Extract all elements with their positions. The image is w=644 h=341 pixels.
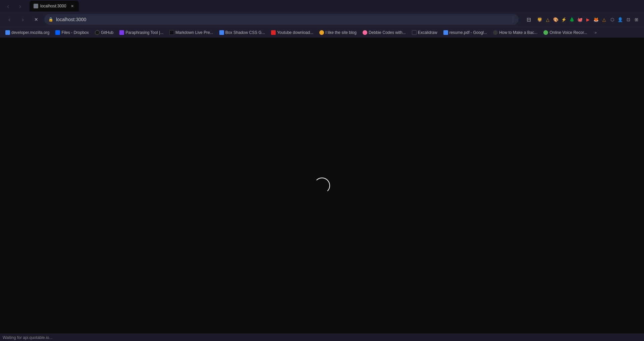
address-bar[interactable]: 🔒 localhost:3000 xyxy=(44,14,519,25)
bookmark-favicon-markdown xyxy=(169,30,174,35)
visbug-icon[interactable]: ⚡ xyxy=(560,16,568,23)
bookmark-paraphrasing[interactable]: Paraphrasing Tool |... xyxy=(117,29,166,37)
bookmark-label-dropbox: Files - Dropbox xyxy=(61,30,89,35)
nav-refresh-button[interactable]: ✕ xyxy=(31,14,42,25)
puzzle-icon[interactable]: ⊡ xyxy=(625,16,632,23)
address-divider xyxy=(513,16,513,23)
bookmark-label-siteblog: I like the site blog xyxy=(325,30,357,35)
bookmark-excalidraw[interactable]: Excalidraw xyxy=(409,29,440,37)
colorpick-icon[interactable]: 🎨 xyxy=(552,16,559,23)
bookmark-favicon-github xyxy=(95,30,100,35)
bookmark-favicon-mdn xyxy=(5,30,10,35)
bookmark-voice[interactable]: Online Voice Recor... xyxy=(541,29,590,37)
forest-icon[interactable]: 🌲 xyxy=(568,16,576,23)
tab-title: localhost:3000 xyxy=(40,4,66,8)
forward-icon xyxy=(19,2,21,10)
bookmark-dropbox[interactable]: Files - Dropbox xyxy=(53,29,91,37)
security-icon: 🔒 xyxy=(48,17,53,22)
bookmark-favicon-youtube xyxy=(271,30,276,35)
tab-bar: localhost:3000 ✕ xyxy=(0,0,644,12)
bookmark-boxshadow[interactable]: Box Shadow CSS G... xyxy=(217,29,268,37)
nav-bar: ‹ › ✕ 🔒 localhost:3000 ⊟ 🦁 △ 🎨 ⚡ 🌲 xyxy=(0,12,644,27)
bookmarks-bar: developer.mozilla.org Files - Dropbox Gi… xyxy=(0,27,644,38)
bookmark-favicon-excalidraw xyxy=(412,30,417,35)
bookmark-label-youtube: Youtube download... xyxy=(277,30,313,35)
browser-chrome: localhost:3000 ✕ ‹ › ✕ 🔒 localhost:3000 … xyxy=(0,0,644,38)
browser-actions: ⊟ xyxy=(524,15,533,24)
status-text: Waiting for api.quotable.io... xyxy=(3,335,52,340)
bookmark-favicon-dropbox xyxy=(55,30,60,35)
url-text: localhost:3000 xyxy=(56,17,509,22)
nav-forward-icon: › xyxy=(22,16,24,23)
bookmark-label-mdn: developer.mozilla.org xyxy=(11,30,49,35)
bookmark-label-paraphrasing: Paraphrasing Tool |... xyxy=(125,30,163,35)
loading-spinner xyxy=(314,178,330,194)
bookmark-label-howto: How to Make a Bac... xyxy=(499,30,537,35)
back-icon xyxy=(7,2,9,10)
bookmark-more-button[interactable]: » xyxy=(592,29,600,37)
bookmark-more-icon: » xyxy=(595,30,597,35)
bookmark-youtube[interactable]: Youtube download... xyxy=(268,29,316,37)
back-button[interactable] xyxy=(3,1,13,11)
brave-rewards-icon[interactable]: △ xyxy=(544,16,551,23)
bookmark-favicon-voice xyxy=(543,30,548,35)
bookmark-label-resume: resume.pdf - Googl... xyxy=(449,30,487,35)
bookmark-label-voice: Online Voice Recor... xyxy=(549,30,587,35)
bookmark-mdn[interactable]: developer.mozilla.org xyxy=(3,29,52,37)
bookmark-favicon-paraphrasing xyxy=(119,30,124,35)
status-bar: Waiting for api.quotable.io... xyxy=(0,334,644,341)
bookmark-label-boxshadow: Box Shadow CSS G... xyxy=(225,30,265,35)
bookmark-label-github: GitHub xyxy=(101,30,113,35)
bookmark-label-debbie: Debbie Codes with... xyxy=(369,30,406,35)
bookmark-resume[interactable]: resume.pdf - Googl... xyxy=(441,29,490,37)
nav-back-icon: ‹ xyxy=(8,16,10,23)
brave-shield-icon[interactable]: 🦁 xyxy=(536,16,543,23)
window-icon[interactable]: ⊞ xyxy=(633,16,640,23)
active-tab[interactable]: localhost:3000 ✕ xyxy=(30,1,79,11)
bookmark-icon[interactable]: ⊟ xyxy=(524,15,533,24)
bookmark-github[interactable]: GitHub xyxy=(92,29,116,37)
brave-icon[interactable]: △ xyxy=(600,16,608,23)
youtube-ext-icon[interactable]: ▶ xyxy=(584,16,592,23)
bookmark-favicon-siteblog xyxy=(319,30,324,35)
nav-back-button[interactable]: ‹ xyxy=(4,14,15,25)
tab-favicon xyxy=(34,4,38,8)
bookmark-favicon-debbie xyxy=(363,30,367,35)
ext-manager-icon[interactable]: ⬡ xyxy=(608,16,616,23)
bookmark-siteblog[interactable]: I like the site blog xyxy=(317,29,359,37)
bookmark-debbie[interactable]: Debbie Codes with... xyxy=(360,29,409,37)
tab-close-button[interactable]: ✕ xyxy=(69,3,75,9)
bookmark-label-excalidraw: Excalidraw xyxy=(418,30,437,35)
bookmark-label-markdown: Markdown Live Pre... xyxy=(175,30,213,35)
page-content xyxy=(0,38,644,334)
nav-refresh-icon: ✕ xyxy=(34,17,38,22)
forward-button[interactable] xyxy=(15,1,25,11)
bookmark-markdown[interactable]: Markdown Live Pre... xyxy=(167,29,216,37)
extensions-area: 🦁 △ 🎨 ⚡ 🌲 🐙 ▶ 🦊 △ ⬡ 👤 ⊡ ⊞ xyxy=(536,16,640,23)
bookmark-favicon-resume xyxy=(443,30,448,35)
nav-forward-button[interactable]: › xyxy=(17,14,28,25)
bookmark-howto[interactable]: How to Make a Bac... xyxy=(490,29,540,37)
tab-controls xyxy=(3,1,25,11)
bookmark-favicon-boxshadow xyxy=(219,30,224,35)
user-profile-icon[interactable]: 👤 xyxy=(616,16,624,23)
github-ext-icon[interactable]: 🐙 xyxy=(576,16,584,23)
fox-icon[interactable]: 🦊 xyxy=(592,16,600,23)
bookmark-favicon-howto xyxy=(493,30,498,35)
